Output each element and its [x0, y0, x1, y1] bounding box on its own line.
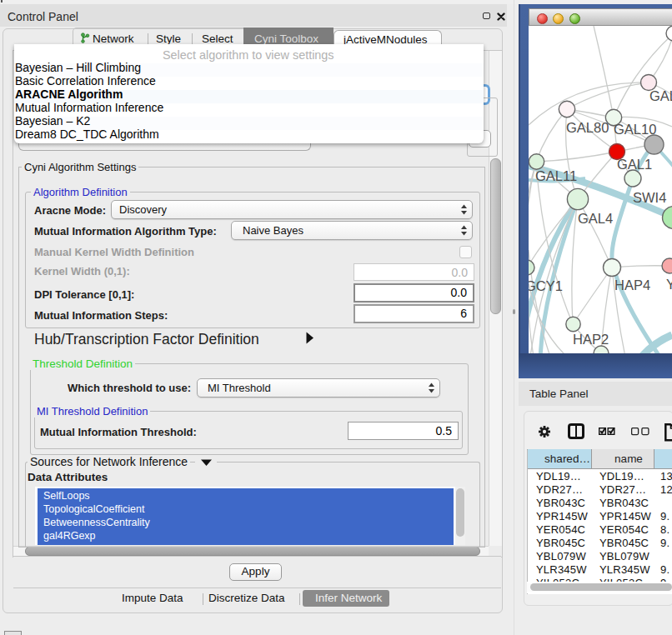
- svg-text:HAP4: HAP4: [614, 278, 650, 292]
- svg-text:GAL1: GAL1: [617, 157, 652, 172]
- svg-text:GAL11: GAL11: [535, 168, 577, 183]
- svg-text:GAL2: GAL2: [649, 88, 672, 103]
- svg-text:HAP2: HAP2: [573, 332, 609, 347]
- svg-text:SWI4: SWI4: [633, 190, 666, 205]
- svg-text:GAL80: GAL80: [566, 120, 609, 135]
- svg-text:YJ: YJ: [666, 277, 672, 292]
- svg-text:GCY1: GCY1: [529, 278, 563, 293]
- svg-text:GAL4: GAL4: [578, 211, 613, 226]
- svg-text:GAL10: GAL10: [614, 122, 656, 137]
